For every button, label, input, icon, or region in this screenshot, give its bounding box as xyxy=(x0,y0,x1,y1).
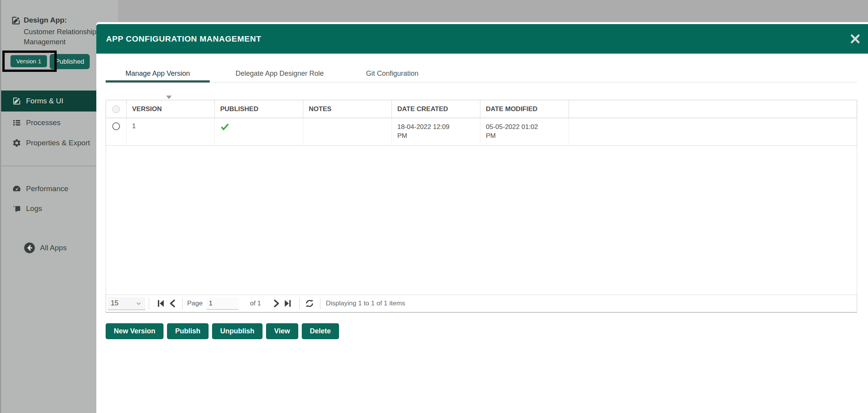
sidebar-item-label: Logs xyxy=(26,204,42,213)
page-label: Page xyxy=(187,300,203,307)
toolbar-separator xyxy=(299,298,300,309)
cell-filler xyxy=(569,118,857,145)
table-row[interactable]: 1 18-04-2022 12:09 PM 05-05-2022 01:02 P… xyxy=(106,118,857,146)
column-header-published[interactable]: PUBLISHED xyxy=(215,100,303,118)
chevron-down-icon xyxy=(135,300,142,307)
column-header-date-modified[interactable]: DATE MODIFIED xyxy=(480,100,569,118)
first-page-icon[interactable] xyxy=(155,298,165,308)
table-header-row: VERSION PUBLISHED NOTES DATE CREATED DAT… xyxy=(106,100,857,118)
modal-title: APP CONFIGURATION MANAGEMENT xyxy=(106,24,261,54)
toolbar-separator xyxy=(182,298,183,309)
new-version-button[interactable]: New Version xyxy=(106,323,164,339)
header-radio[interactable] xyxy=(112,105,120,113)
column-header-date-created[interactable]: DATE CREATED xyxy=(392,100,480,118)
gauge-icon xyxy=(12,184,21,193)
design-app-label: Design App: xyxy=(24,16,67,24)
sidebar-item-label: Performance xyxy=(26,185,68,193)
next-page-icon[interactable] xyxy=(271,298,281,308)
modal-tabs: Manage App Version Delegate App Designer… xyxy=(106,64,435,82)
cell-published xyxy=(215,118,303,145)
tabs-divider xyxy=(106,82,857,82)
cell-date-created: 18-04-2022 12:09 PM xyxy=(392,118,480,145)
row-radio-cell xyxy=(106,118,127,145)
close-icon[interactable] xyxy=(849,33,861,45)
refresh-icon[interactable] xyxy=(304,298,315,308)
cell-notes xyxy=(303,118,392,145)
gear-icon xyxy=(12,138,21,148)
page-number-input[interactable] xyxy=(207,298,238,310)
last-page-icon[interactable] xyxy=(283,298,293,308)
list-icon xyxy=(12,118,21,127)
page-size-select[interactable]: 15 xyxy=(108,297,145,310)
cell-date-modified: 05-05-2022 01:02 PM xyxy=(480,118,569,145)
logs-icon xyxy=(12,204,21,213)
sidebar-item-label: Properties & Export xyxy=(26,139,90,147)
pagination-status: Displaying 1 to 1 of 1 items xyxy=(326,300,405,307)
action-buttons: New Version Publish Unpublish View Delet… xyxy=(106,323,339,339)
highlight-box xyxy=(2,51,57,72)
sort-indicator-icon xyxy=(166,96,172,99)
cell-version: 1 xyxy=(127,118,215,145)
check-icon xyxy=(220,122,230,132)
edit-icon xyxy=(12,96,21,106)
modal-header: APP CONFIGURATION MANAGEMENT xyxy=(96,24,868,54)
page-size-value: 15 xyxy=(111,299,118,307)
tab-delegate-app-designer-role[interactable]: Delegate App Designer Role xyxy=(217,64,342,82)
sidebar-item-label: Processes xyxy=(26,118,61,127)
sidebar-item-label: All Apps xyxy=(40,244,67,252)
toolbar-separator xyxy=(149,298,149,309)
of-total-label: of 1 xyxy=(250,300,261,307)
edit-icon xyxy=(11,16,21,26)
back-arrow-icon xyxy=(24,242,35,254)
tab-manage-app-version[interactable]: Manage App Version xyxy=(106,64,210,82)
column-header-version[interactable]: VERSION xyxy=(127,100,215,118)
header-radio-cell xyxy=(106,100,127,118)
row-radio[interactable] xyxy=(112,122,120,130)
screen: Design App: Customer Relationship Manage… xyxy=(0,0,868,413)
unpublish-button[interactable]: Unpublish xyxy=(212,323,263,339)
delete-button[interactable]: Delete xyxy=(302,323,339,339)
app-configuration-modal: APP CONFIGURATION MANAGEMENT Manage App … xyxy=(96,22,868,413)
previous-page-icon[interactable] xyxy=(168,298,178,308)
pagination-bar: 15 Page of 1 Displaying 1 to 1 of 1 item… xyxy=(106,295,857,313)
publish-button[interactable]: Publish xyxy=(167,323,209,339)
tab-git-configuration[interactable]: Git Configuration xyxy=(350,64,435,82)
toolbar-separator xyxy=(320,298,320,309)
column-header-filler xyxy=(569,100,857,118)
column-header-notes[interactable]: NOTES xyxy=(303,100,392,118)
view-button[interactable]: View xyxy=(266,323,298,339)
version-table: VERSION PUBLISHED NOTES DATE CREATED DAT… xyxy=(106,100,857,313)
sidebar-item-label: Forms & UI xyxy=(26,97,63,105)
table-empty-area xyxy=(106,146,857,295)
